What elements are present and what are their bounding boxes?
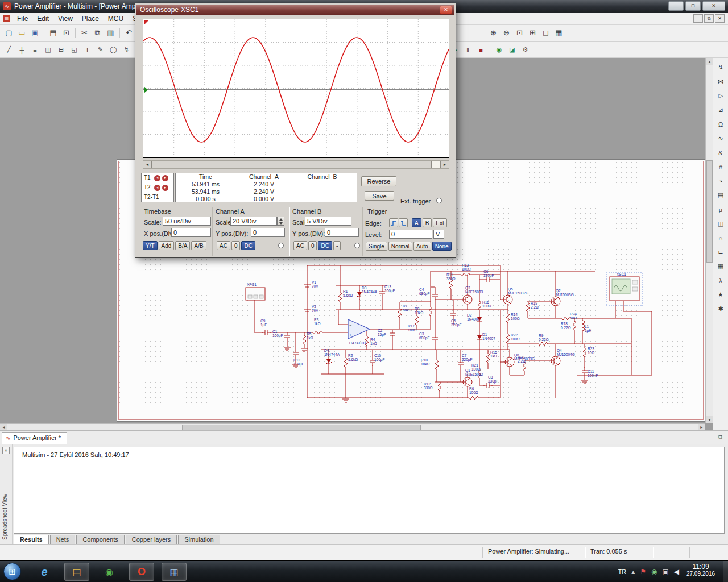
channel-a-scale-spinner[interactable] — [277, 217, 284, 226]
maximize-icon[interactable]: □ — [685, 1, 701, 11]
channel-b-scale-input[interactable]: 5 V/Div — [305, 217, 351, 226]
menu-place[interactable]: Place — [77, 13, 104, 25]
undo-icon[interactable]: ↶ — [122, 26, 135, 39]
timebase-add-button[interactable]: Add — [159, 241, 175, 250]
print-preview-icon[interactable]: ⊡ — [60, 26, 73, 39]
scroll-left-icon[interactable]: ◄ — [0, 424, 7, 430]
close-icon[interactable]: ✕ — [440, 6, 452, 14]
menu-edit[interactable]: Edit — [32, 13, 53, 25]
zoom-sheet-icon[interactable]: ◻ — [539, 26, 552, 39]
spinner-down-icon[interactable] — [278, 221, 284, 226]
place-probe-icon[interactable]: ↯ — [120, 43, 133, 56]
print-icon[interactable]: ▤ — [47, 26, 60, 39]
menu-view[interactable]: View — [53, 13, 77, 25]
scope-scrollbar[interactable]: ◄ ► — [143, 160, 449, 169]
scroll-right-icon[interactable]: ► — [698, 424, 705, 430]
menu-file[interactable]: File — [13, 13, 32, 25]
power-components-icon[interactable]: μ — [714, 203, 727, 216]
channel-a-ypos-input[interactable]: 0 — [251, 228, 285, 237]
spreadsheet-tab-nets[interactable]: Nets — [50, 535, 76, 545]
open-file-icon[interactable]: ▭ — [15, 26, 28, 39]
channel-a-0-button[interactable]: 0 — [231, 241, 241, 250]
taskbar-green-app-button[interactable]: ◉ — [97, 563, 122, 581]
horizontal-scroll-thumb[interactable] — [182, 425, 421, 430]
vertical-scroll-thumb[interactable] — [706, 160, 713, 263]
workspace-vertical-scrollbar[interactable]: ▲ ▼ — [705, 58, 713, 423]
channel-b-ypos-input[interactable]: 0 — [325, 228, 359, 237]
source-components-icon[interactable]: ↯ — [714, 61, 727, 74]
spreadsheet-tab-simulation[interactable]: Simulation — [178, 535, 220, 545]
marker-t2-right-button[interactable]: ► — [162, 185, 168, 191]
misc-components-icon[interactable]: ◫ — [714, 217, 727, 230]
scope-scroll-right-icon[interactable]: ► — [440, 161, 449, 168]
place-comment-icon[interactable]: ✎ — [94, 43, 107, 56]
save-button[interactable]: Save — [365, 191, 394, 201]
oscilloscope-titlebar[interactable]: Oscilloscope-XSC1 ✕ — [136, 5, 454, 15]
marker-t2-left-button[interactable]: ◄ — [154, 185, 160, 191]
basic-components-icon[interactable]: ⋈ — [714, 75, 727, 88]
spreadsheet-tab-copper-layers[interactable]: Copper layers — [126, 535, 177, 545]
timebase-ab-button[interactable]: A/B — [191, 241, 206, 250]
marker-t1-left-button[interactable]: ◄ — [154, 175, 160, 181]
workspace-horizontal-scrollbar[interactable]: ◄ ► — [0, 423, 705, 430]
settings-gear-icon[interactable]: ⚙ — [519, 43, 532, 56]
mdi-close-icon[interactable]: ✕ — [715, 14, 725, 23]
probe-icon[interactable]: ◉ — [493, 43, 506, 56]
channel-a-ac-button[interactable]: AC — [217, 241, 230, 250]
trigger-mode-single-button[interactable]: Single — [366, 242, 387, 251]
save-file-icon[interactable]: ▣ — [28, 26, 42, 39]
ext-trigger-radio[interactable] — [436, 198, 442, 203]
trigger-source-b-button[interactable]: B — [423, 218, 432, 227]
trigger-edge-rising-button[interactable] — [389, 218, 398, 227]
misc-digital-icon[interactable]: # — [714, 160, 727, 173]
taskbar-multisim-button[interactable]: ▦ — [162, 563, 187, 581]
zoom-area-icon[interactable]: ⊡ — [513, 26, 526, 39]
trigger-mode-none-button[interactable]: None — [432, 242, 452, 251]
fullscreen-icon[interactable]: ▦ — [552, 26, 565, 39]
grapher-icon[interactable]: ◪ — [506, 43, 519, 56]
electromechanical-icon[interactable]: ▦ — [714, 260, 727, 273]
new-file-icon[interactable]: ▢ — [2, 26, 15, 39]
zoom-fit-icon[interactable]: ⊞ — [526, 26, 539, 39]
channel-b-0-button[interactable]: 0 — [308, 241, 317, 250]
place-junction-icon[interactable]: ┼ — [15, 43, 28, 56]
trigger-source-a-button[interactable]: A — [412, 218, 421, 227]
channel-a-scale-input[interactable]: 20 V/Div — [230, 217, 277, 226]
taskbar-ie-button[interactable]: e — [32, 563, 57, 581]
place-subcircuit-icon[interactable]: ⊟ — [55, 43, 68, 56]
tray-flag-icon[interactable]: ⚑ — [640, 568, 646, 576]
cut-icon[interactable]: ✂ — [78, 26, 91, 39]
peripherals-icon[interactable]: ∩ — [714, 231, 727, 244]
tray-hidden-icons-icon[interactable]: ▴ — [631, 568, 635, 576]
place-hierarchical-block-icon[interactable]: ◫ — [42, 43, 55, 56]
paste-icon[interactable]: ▥ — [104, 26, 117, 39]
place-bus-icon[interactable]: ≡ — [28, 43, 42, 56]
timebase-xpos-input[interactable]: 0 — [171, 228, 211, 237]
menu-mcu[interactable]: MCU — [104, 13, 128, 25]
place-offpage-icon[interactable]: ◱ — [68, 43, 81, 56]
reverse-button[interactable]: Reverse — [361, 176, 396, 186]
cmos-components-icon[interactable]: & — [714, 146, 727, 159]
spreadsheet-tab-results[interactable]: Results — [14, 535, 49, 545]
scope-scroll-left-icon[interactable]: ◄ — [143, 161, 152, 168]
trigger-edge-falling-button[interactable] — [399, 218, 408, 227]
channel-b-dc-button[interactable]: DC — [318, 241, 332, 250]
stop-simulation-icon[interactable]: ■ — [474, 43, 487, 56]
connector-components-icon[interactable]: ★ — [714, 288, 727, 301]
rf-components-icon[interactable]: ⊏ — [714, 246, 727, 259]
scroll-down-icon[interactable]: ▼ — [706, 416, 713, 423]
mcu-components-icon[interactable]: ✱ — [714, 302, 727, 315]
channel-b--button[interactable]: - — [333, 241, 341, 250]
spreadsheet-tab-components[interactable]: Components — [76, 535, 124, 545]
taskbar-clock[interactable]: 11:09 27.09.2016 — [680, 563, 721, 577]
place-graphics-icon[interactable]: ◯ — [107, 43, 120, 56]
zoom-out-icon[interactable]: ⊖ — [500, 26, 513, 39]
volume-icon[interactable]: ◀ — [674, 568, 679, 576]
channel-a-dc-button[interactable]: DC — [241, 241, 255, 250]
tray-app-icon[interactable]: ▣ — [662, 568, 668, 576]
taskbar-opera-button[interactable]: O — [129, 563, 154, 581]
ni-components-icon[interactable]: λ — [714, 274, 727, 287]
analog-components-icon[interactable]: Ω — [714, 118, 727, 131]
copy-icon[interactable]: ⧉ — [91, 26, 104, 39]
timebase-scale-input[interactable]: 50 us/Div — [163, 217, 211, 226]
